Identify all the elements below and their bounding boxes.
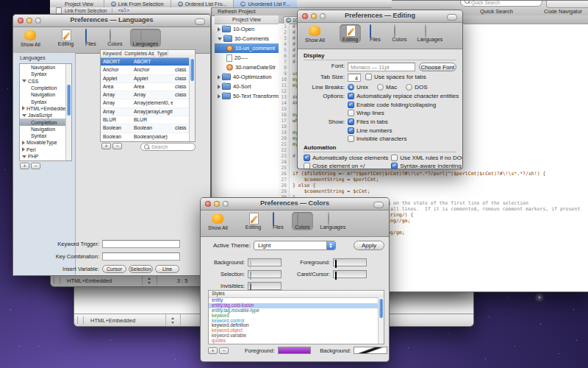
insert-variable-button[interactable]: Line [155, 265, 179, 273]
language-list-item[interactable]: Completion [20, 118, 71, 125]
active-theme-popup[interactable]: Light [254, 241, 336, 250]
option-checkbox[interactable]: Automatically replace character entities [348, 93, 459, 99]
choose-font-button[interactable]: Choose Font [419, 63, 456, 71]
keyword-search-input[interactable]: Search [140, 143, 196, 151]
table-row[interactable]: ArrayArrayclass [101, 91, 195, 99]
disclosure-triangle-icon[interactable] [22, 155, 26, 158]
toolbar-item-editing[interactable]: Editing [243, 212, 264, 230]
language-popup[interactable]: HTML+Embedded [86, 314, 166, 326]
disclosure-triangle-icon[interactable] [22, 147, 25, 152]
add-style-button[interactable]: + [208, 347, 218, 354]
language-list-item[interactable]: PHP [20, 153, 71, 160]
table-row[interactable]: ArrayArray(element0, eleme... [101, 99, 195, 107]
code-navigator-popup[interactable] [546, 0, 588, 8]
disclosure-triangle-icon[interactable] [218, 85, 220, 89]
disclosure-triangle-icon[interactable] [218, 94, 220, 99]
table-row[interactable]: BLURBLUR [101, 116, 195, 124]
snippet-button[interactable]: Unordered List F... [233, 0, 296, 7]
language-list-item[interactable]: Syntax [20, 132, 71, 139]
toolbar-item-languages[interactable]: Languages [130, 29, 162, 47]
language-list-item[interactable]: Perl [20, 146, 71, 153]
quick-search-input[interactable]: Quick Search [460, 0, 542, 7]
color-well[interactable] [333, 258, 367, 266]
toolbar-item-languages[interactable]: Languages [318, 212, 349, 230]
titlebar[interactable]: Preferences — Colors [201, 198, 389, 210]
project-view-toolbar-label[interactable]: Project View [50, 1, 104, 7]
line-break-radio[interactable]: DOS [406, 84, 427, 91]
tree-item[interactable]: 10-Open [215, 24, 279, 34]
disclosure-triangle-icon[interactable] [218, 38, 222, 40]
toolbar-item-colors[interactable]: Colors [292, 212, 312, 230]
scrollbar-thumb[interactable] [67, 85, 71, 116]
tree-item[interactable]: 20---- [215, 53, 279, 63]
style-item[interactable]: entity [209, 298, 384, 303]
use-spaces-checkbox[interactable]: Use spaces for tabs [365, 74, 426, 80]
color-well[interactable] [248, 282, 282, 290]
style-item[interactable]: keyword.object [209, 328, 384, 333]
language-popup[interactable]: HTML+Embedded [62, 275, 143, 286]
option-checkbox[interactable]: Enable code folding/collapsing [348, 102, 459, 108]
disclosure-triangle-icon[interactable] [22, 114, 26, 117]
toolbar-item-show-all[interactable]: Show All [18, 29, 43, 48]
line-stepper[interactable] [166, 314, 181, 326]
key-combination-input[interactable] [102, 252, 180, 261]
automation-checkbox[interactable]: Close element on </ [304, 163, 388, 169]
style-item[interactable]: quotes [209, 339, 384, 344]
style-item[interactable]: keyword.definition [209, 323, 384, 328]
table-row[interactable]: BooleanBoolean(value) [101, 133, 195, 141]
color-well[interactable] [248, 258, 282, 266]
disclosure-triangle-icon[interactable] [22, 141, 25, 145]
language-list-item[interactable]: MovableType [20, 139, 71, 146]
table-row[interactable]: AnchorAnchorclass [101, 66, 195, 74]
style-item[interactable]: keyword.variable [209, 333, 384, 339]
language-list-item[interactable]: Navigation [20, 64, 71, 71]
table-row[interactable]: AppletAppletclass [101, 75, 195, 83]
remove-keyword-button[interactable]: − [112, 143, 122, 149]
scrollbar-thumb[interactable] [190, 59, 194, 81]
toolbar-item-editing[interactable]: Editing [55, 29, 76, 47]
color-well[interactable] [248, 270, 282, 278]
toolbar-item-files[interactable]: Files [365, 24, 384, 43]
tree-item[interactable]: 30-nameDateStr [215, 63, 279, 72]
line-break-radio[interactable]: Mac [377, 84, 397, 91]
toolbar-item-languages[interactable]: Languages [415, 24, 446, 43]
style-background-swatch[interactable] [354, 347, 387, 354]
disclosure-triangle-icon[interactable] [22, 106, 25, 110]
toolbar-toggle-button[interactable] [373, 202, 384, 208]
scrollbar[interactable] [378, 297, 384, 344]
table-row[interactable]: AreaAreaclass [101, 83, 195, 91]
language-list-item[interactable]: Navigation [20, 126, 71, 132]
language-list-item[interactable]: JavaScript [20, 112, 71, 118]
toolbar-item-editing[interactable]: Editing [340, 24, 361, 43]
table-row[interactable]: ABORTABORT [101, 58, 195, 66]
table-row[interactable]: ButtonButtonclass [101, 141, 195, 142]
style-foreground-swatch[interactable] [278, 347, 312, 354]
language-list-item[interactable]: Navigation [20, 91, 71, 98]
toolbar-toggle-button[interactable] [447, 14, 457, 21]
titlebar[interactable]: Preferences — Editing [298, 10, 462, 23]
style-item[interactable]: entity.tag.cold-fusion [209, 303, 384, 308]
color-well[interactable] [333, 270, 367, 278]
automation-checkbox[interactable]: Syntax-aware indenting [391, 163, 462, 169]
remove-style-button[interactable]: − [219, 347, 229, 354]
titlebar[interactable]: Preferences — Languages [13, 15, 210, 27]
line-stepper[interactable] [143, 275, 157, 286]
apply-button[interactable]: Apply [354, 241, 384, 250]
show-checkbox[interactable]: Invisible characters [348, 135, 406, 142]
refresh-project-button[interactable]: Refresh Project [218, 8, 256, 15]
scrollbar-thumb[interactable] [379, 299, 383, 318]
disclosure-triangle-icon[interactable] [22, 79, 26, 82]
language-list-item[interactable]: HTML+Embedded [20, 105, 71, 112]
tree-item[interactable]: 30-Comments [215, 34, 279, 43]
tab-size-input[interactable]: 4 [348, 74, 361, 82]
remove-language-button[interactable]: − [31, 163, 40, 169]
style-item[interactable]: keyword.control [209, 319, 384, 324]
language-list-item[interactable]: CSS [20, 78, 71, 85]
toolbar-item-show-all[interactable]: Show All [205, 212, 231, 231]
disclosure-triangle-icon[interactable] [218, 27, 220, 32]
insert-variable-button[interactable]: Selection [129, 265, 153, 273]
tree-item[interactable]: 40-Optimization [215, 72, 279, 82]
tree-item[interactable]: 50-Text Transforms [215, 91, 279, 101]
toolbar-item-show-all[interactable]: Show All [302, 24, 328, 43]
show-checkbox[interactable]: Line numbers [348, 127, 406, 134]
